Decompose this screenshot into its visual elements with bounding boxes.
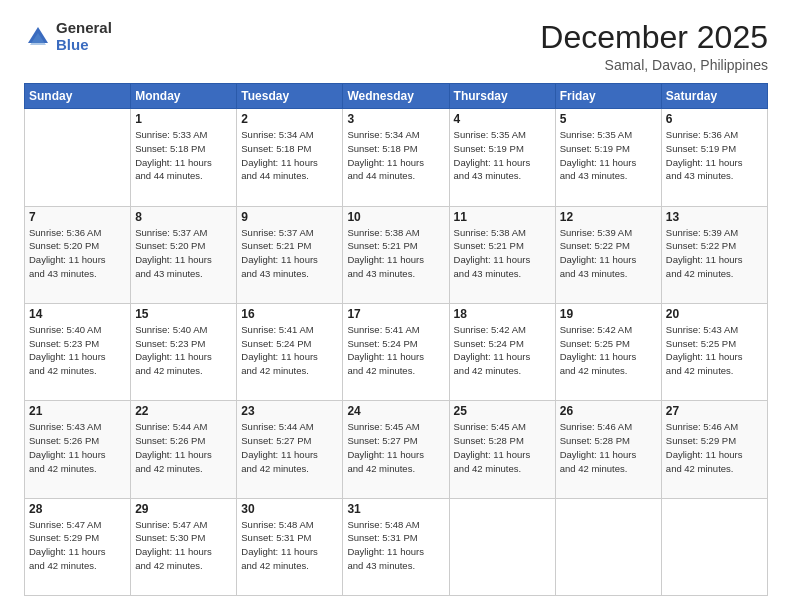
calendar-day-cell: 7Sunrise: 5:36 AMSunset: 5:20 PMDaylight…	[25, 206, 131, 303]
day-info: Sunrise: 5:33 AMSunset: 5:18 PMDaylight:…	[135, 128, 232, 183]
calendar-header-row: SundayMondayTuesdayWednesdayThursdayFrid…	[25, 84, 768, 109]
calendar-week-row: 21Sunrise: 5:43 AMSunset: 5:26 PMDayligh…	[25, 401, 768, 498]
day-info: Sunrise: 5:47 AMSunset: 5:30 PMDaylight:…	[135, 518, 232, 573]
day-number: 19	[560, 307, 657, 321]
calendar-day-cell	[449, 498, 555, 595]
calendar-day-cell: 30Sunrise: 5:48 AMSunset: 5:31 PMDayligh…	[237, 498, 343, 595]
calendar-day-cell: 20Sunrise: 5:43 AMSunset: 5:25 PMDayligh…	[661, 303, 767, 400]
calendar-day-cell: 16Sunrise: 5:41 AMSunset: 5:24 PMDayligh…	[237, 303, 343, 400]
day-info: Sunrise: 5:36 AMSunset: 5:19 PMDaylight:…	[666, 128, 763, 183]
day-info: Sunrise: 5:39 AMSunset: 5:22 PMDaylight:…	[666, 226, 763, 281]
calendar-day-cell: 3Sunrise: 5:34 AMSunset: 5:18 PMDaylight…	[343, 109, 449, 206]
day-info: Sunrise: 5:45 AMSunset: 5:27 PMDaylight:…	[347, 420, 444, 475]
calendar-day-cell	[25, 109, 131, 206]
calendar-week-row: 14Sunrise: 5:40 AMSunset: 5:23 PMDayligh…	[25, 303, 768, 400]
day-number: 17	[347, 307, 444, 321]
calendar-day-cell: 15Sunrise: 5:40 AMSunset: 5:23 PMDayligh…	[131, 303, 237, 400]
day-number: 1	[135, 112, 232, 126]
day-number: 12	[560, 210, 657, 224]
calendar-col-saturday: Saturday	[661, 84, 767, 109]
day-number: 27	[666, 404, 763, 418]
day-info: Sunrise: 5:35 AMSunset: 5:19 PMDaylight:…	[560, 128, 657, 183]
day-number: 25	[454, 404, 551, 418]
calendar-day-cell: 24Sunrise: 5:45 AMSunset: 5:27 PMDayligh…	[343, 401, 449, 498]
day-info: Sunrise: 5:38 AMSunset: 5:21 PMDaylight:…	[347, 226, 444, 281]
day-number: 9	[241, 210, 338, 224]
day-number: 30	[241, 502, 338, 516]
title-block: December 2025 Samal, Davao, Philippines	[540, 20, 768, 73]
day-info: Sunrise: 5:34 AMSunset: 5:18 PMDaylight:…	[241, 128, 338, 183]
day-number: 31	[347, 502, 444, 516]
day-number: 7	[29, 210, 126, 224]
day-number: 5	[560, 112, 657, 126]
calendar-day-cell: 19Sunrise: 5:42 AMSunset: 5:25 PMDayligh…	[555, 303, 661, 400]
day-info: Sunrise: 5:42 AMSunset: 5:25 PMDaylight:…	[560, 323, 657, 378]
calendar-day-cell: 1Sunrise: 5:33 AMSunset: 5:18 PMDaylight…	[131, 109, 237, 206]
day-info: Sunrise: 5:37 AMSunset: 5:21 PMDaylight:…	[241, 226, 338, 281]
subtitle: Samal, Davao, Philippines	[540, 57, 768, 73]
logo: General Blue	[24, 20, 112, 53]
day-info: Sunrise: 5:43 AMSunset: 5:26 PMDaylight:…	[29, 420, 126, 475]
logo-blue-text: Blue	[56, 37, 112, 54]
calendar-week-row: 7Sunrise: 5:36 AMSunset: 5:20 PMDaylight…	[25, 206, 768, 303]
calendar-day-cell: 13Sunrise: 5:39 AMSunset: 5:22 PMDayligh…	[661, 206, 767, 303]
calendar-day-cell: 2Sunrise: 5:34 AMSunset: 5:18 PMDaylight…	[237, 109, 343, 206]
calendar-day-cell: 6Sunrise: 5:36 AMSunset: 5:19 PMDaylight…	[661, 109, 767, 206]
day-number: 26	[560, 404, 657, 418]
day-info: Sunrise: 5:41 AMSunset: 5:24 PMDaylight:…	[347, 323, 444, 378]
day-number: 2	[241, 112, 338, 126]
calendar-day-cell: 5Sunrise: 5:35 AMSunset: 5:19 PMDaylight…	[555, 109, 661, 206]
day-number: 18	[454, 307, 551, 321]
day-number: 16	[241, 307, 338, 321]
day-info: Sunrise: 5:46 AMSunset: 5:29 PMDaylight:…	[666, 420, 763, 475]
calendar-day-cell: 29Sunrise: 5:47 AMSunset: 5:30 PMDayligh…	[131, 498, 237, 595]
calendar-col-wednesday: Wednesday	[343, 84, 449, 109]
logo-general-text: General	[56, 20, 112, 37]
day-info: Sunrise: 5:36 AMSunset: 5:20 PMDaylight:…	[29, 226, 126, 281]
day-info: Sunrise: 5:41 AMSunset: 5:24 PMDaylight:…	[241, 323, 338, 378]
calendar-day-cell: 4Sunrise: 5:35 AMSunset: 5:19 PMDaylight…	[449, 109, 555, 206]
header: General Blue December 2025 Samal, Davao,…	[24, 20, 768, 73]
logo-text: General Blue	[56, 20, 112, 53]
day-number: 11	[454, 210, 551, 224]
day-info: Sunrise: 5:44 AMSunset: 5:27 PMDaylight:…	[241, 420, 338, 475]
day-number: 15	[135, 307, 232, 321]
day-number: 8	[135, 210, 232, 224]
logo-icon	[24, 23, 52, 51]
day-info: Sunrise: 5:37 AMSunset: 5:20 PMDaylight:…	[135, 226, 232, 281]
day-info: Sunrise: 5:38 AMSunset: 5:21 PMDaylight:…	[454, 226, 551, 281]
calendar-col-tuesday: Tuesday	[237, 84, 343, 109]
day-info: Sunrise: 5:39 AMSunset: 5:22 PMDaylight:…	[560, 226, 657, 281]
day-number: 22	[135, 404, 232, 418]
day-info: Sunrise: 5:48 AMSunset: 5:31 PMDaylight:…	[241, 518, 338, 573]
calendar-day-cell	[555, 498, 661, 595]
day-number: 4	[454, 112, 551, 126]
calendar-day-cell: 23Sunrise: 5:44 AMSunset: 5:27 PMDayligh…	[237, 401, 343, 498]
day-info: Sunrise: 5:47 AMSunset: 5:29 PMDaylight:…	[29, 518, 126, 573]
calendar-col-thursday: Thursday	[449, 84, 555, 109]
calendar-day-cell: 12Sunrise: 5:39 AMSunset: 5:22 PMDayligh…	[555, 206, 661, 303]
calendar-week-row: 1Sunrise: 5:33 AMSunset: 5:18 PMDaylight…	[25, 109, 768, 206]
calendar-day-cell: 25Sunrise: 5:45 AMSunset: 5:28 PMDayligh…	[449, 401, 555, 498]
day-number: 13	[666, 210, 763, 224]
calendar-col-monday: Monday	[131, 84, 237, 109]
main-title: December 2025	[540, 20, 768, 55]
calendar-day-cell: 17Sunrise: 5:41 AMSunset: 5:24 PMDayligh…	[343, 303, 449, 400]
day-number: 21	[29, 404, 126, 418]
calendar-day-cell: 31Sunrise: 5:48 AMSunset: 5:31 PMDayligh…	[343, 498, 449, 595]
calendar-day-cell: 27Sunrise: 5:46 AMSunset: 5:29 PMDayligh…	[661, 401, 767, 498]
calendar-day-cell: 14Sunrise: 5:40 AMSunset: 5:23 PMDayligh…	[25, 303, 131, 400]
day-number: 3	[347, 112, 444, 126]
day-info: Sunrise: 5:48 AMSunset: 5:31 PMDaylight:…	[347, 518, 444, 573]
day-number: 10	[347, 210, 444, 224]
day-number: 29	[135, 502, 232, 516]
calendar-day-cell: 21Sunrise: 5:43 AMSunset: 5:26 PMDayligh…	[25, 401, 131, 498]
calendar-day-cell	[661, 498, 767, 595]
calendar-col-friday: Friday	[555, 84, 661, 109]
day-info: Sunrise: 5:42 AMSunset: 5:24 PMDaylight:…	[454, 323, 551, 378]
day-number: 20	[666, 307, 763, 321]
day-info: Sunrise: 5:40 AMSunset: 5:23 PMDaylight:…	[135, 323, 232, 378]
day-info: Sunrise: 5:34 AMSunset: 5:18 PMDaylight:…	[347, 128, 444, 183]
page: General Blue December 2025 Samal, Davao,…	[0, 0, 792, 612]
calendar-table: SundayMondayTuesdayWednesdayThursdayFrid…	[24, 83, 768, 596]
